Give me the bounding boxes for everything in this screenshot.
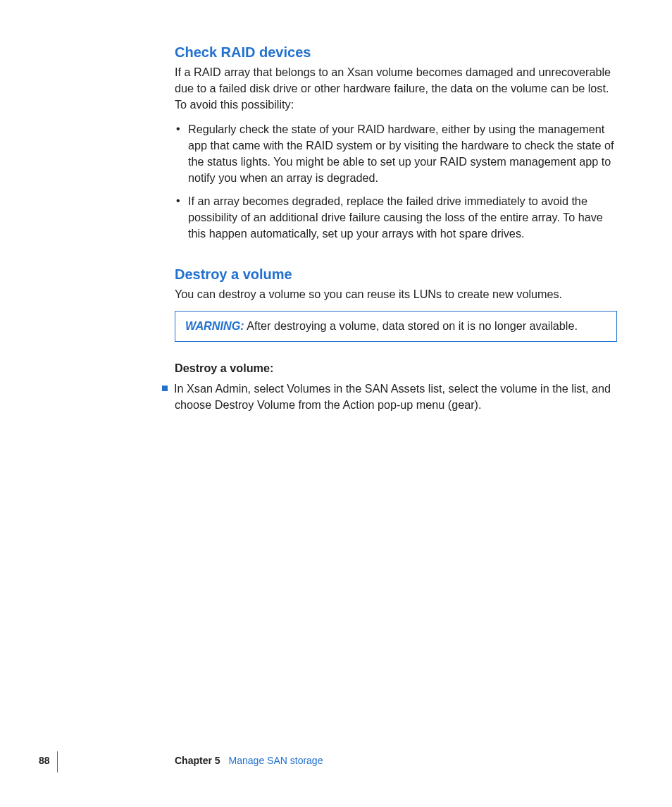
step-list: In Xsan Admin, select Volumes in the SAN… [175, 381, 617, 413]
warning-callout: WARNING: After destroying a volume, data… [175, 311, 617, 342]
page-footer: 88 Chapter 5Manage SAN storage [39, 751, 672, 770]
step-heading: Destroy a volume: [175, 362, 617, 375]
warning-text: After destroying a volume, data stored o… [244, 319, 578, 332]
step-text-line1: In Xsan Admin, select Volumes in the SAN… [174, 382, 611, 395]
footer-rule [57, 751, 58, 772]
paragraph-check-raid-intro: If a RAID array that belongs to an Xsan … [175, 64, 617, 113]
heading-check-raid: Check RAID devices [175, 44, 617, 61]
step-text-line2: choose Destroy Volume from the Action po… [175, 397, 617, 413]
main-content: Check RAID devices If a RAID array that … [175, 44, 617, 419]
spacer [175, 253, 617, 266]
chapter-title: Manage SAN storage [229, 755, 323, 766]
page: Check RAID devices If a RAID array that … [0, 0, 672, 807]
paragraph-destroy-intro: You can destroy a volume so you can reus… [175, 286, 617, 302]
page-number: 88 [39, 755, 50, 766]
chapter-label: Chapter 5 [175, 755, 220, 766]
step-item: In Xsan Admin, select Volumes in the SAN… [162, 381, 617, 413]
square-bullet-icon [162, 386, 168, 391]
footer-chapter: Chapter 5Manage SAN storage [175, 755, 323, 766]
list-item: If an array becomes degraded, replace th… [175, 193, 617, 242]
list-item: Regularly check the state of your RAID h… [175, 121, 617, 186]
bullet-list-raid: Regularly check the state of your RAID h… [175, 121, 617, 242]
warning-label: WARNING: [185, 319, 244, 332]
heading-destroy-volume: Destroy a volume [175, 266, 617, 283]
